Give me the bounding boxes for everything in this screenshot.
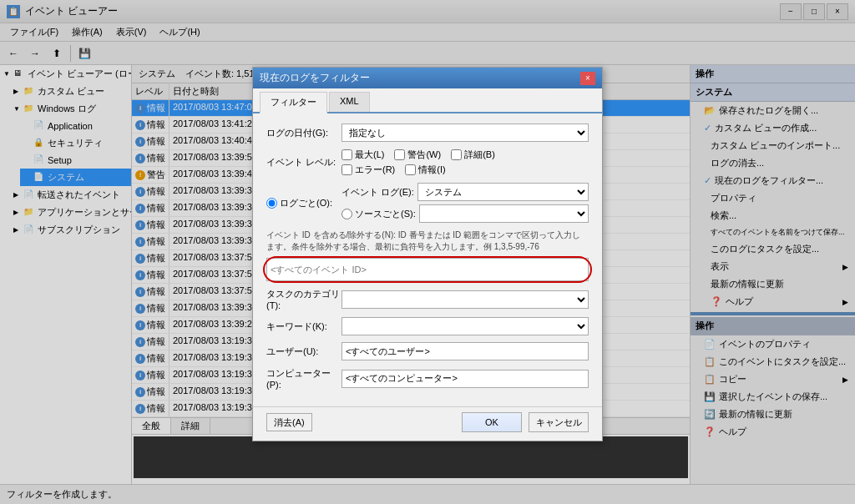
log-type-row: ログごと(O): イベント ログ(E): システム ソースごと(S):: [266, 183, 589, 223]
event-id-input[interactable]: [266, 258, 589, 281]
task-category-control: [341, 290, 589, 309]
tab-filter[interactable]: フィルター: [260, 92, 327, 113]
modal-tabs: フィルター XML: [253, 88, 602, 113]
task-category-select[interactable]: [341, 290, 589, 309]
clear-button[interactable]: 消去(A): [266, 413, 312, 431]
modal-close-button[interactable]: ×: [580, 72, 595, 85]
task-category-row: タスクのカテゴリ(T):: [266, 288, 589, 310]
radio-by-log-input[interactable]: [266, 198, 277, 209]
user-label: ユーザー(U):: [266, 345, 341, 358]
modal-title-bar: 現在のログをフィルター ×: [253, 68, 602, 88]
computer-label: コンピューター(P):: [266, 367, 341, 390]
cb-info[interactable]: 情報(I): [405, 164, 445, 176]
computer-row: コンピューター(P):: [266, 367, 589, 390]
event-level-row: イベント レベル: 最大(L) 警告(W) 詳細(B) エラー(R) 情報(I): [266, 149, 589, 176]
radio-by-source[interactable]: ソースごと(S):: [341, 208, 416, 220]
cb-info-input[interactable]: [405, 164, 416, 175]
computer-input[interactable]: [341, 370, 589, 388]
computer-control: [341, 370, 589, 388]
cb-error-input[interactable]: [341, 164, 352, 175]
modal-title: 現在のログをフィルター: [260, 71, 370, 85]
cb-max-input[interactable]: [341, 149, 352, 160]
event-level-label: イベント レベル:: [266, 156, 341, 169]
filter-dialog: 現在のログをフィルター × フィルター XML ログの日付(G): 指定なし イ…: [252, 67, 603, 441]
keywords-label: キーワード(K):: [266, 320, 341, 333]
log-date-row: ログの日付(G): 指定なし: [266, 123, 589, 142]
event-id-container: [266, 258, 589, 281]
log-date-label: ログの日付(G):: [266, 127, 341, 139]
radio-by-log[interactable]: ログごと(O):: [266, 197, 341, 209]
checkbox-group-row1: 最大(L) 警告(W) 詳細(B): [341, 149, 589, 161]
ok-button[interactable]: OK: [462, 412, 522, 432]
event-id-description: イベント ID を含める/除外する(N): ID 番号または ID 範囲をコンマ…: [266, 229, 589, 253]
user-row: ユーザー(U):: [266, 342, 589, 360]
checkbox-group-row2: エラー(R) 情報(I): [341, 164, 589, 176]
user-input[interactable]: [341, 342, 589, 360]
modal-footer: 消去(A) OK キャンセル: [253, 406, 602, 441]
cancel-button[interactable]: キャンセル: [529, 412, 589, 432]
log-date-select[interactable]: 指定なし: [341, 123, 589, 142]
task-category-label: タスクのカテゴリ(T):: [266, 288, 341, 310]
log-type-label: ログごと(O):: [266, 197, 341, 209]
event-log-select[interactable]: システム: [417, 183, 589, 201]
keywords-control: [341, 317, 589, 335]
modal-overlay: 現在のログをフィルター × フィルター XML ログの日付(G): 指定なし イ…: [0, 0, 855, 504]
log-date-control: 指定なし: [341, 123, 589, 142]
cb-warn-input[interactable]: [394, 149, 405, 160]
user-control: [341, 342, 589, 360]
cb-error[interactable]: エラー(R): [341, 164, 395, 176]
log-event-log-control: イベント ログ(E): システム ソースごと(S):: [341, 183, 589, 223]
event-level-control: 最大(L) 警告(W) 詳細(B) エラー(R) 情報(I): [341, 149, 589, 176]
radio-by-source-input[interactable]: [341, 209, 352, 219]
cb-detail[interactable]: 詳細(B): [451, 149, 495, 161]
modal-body: ログの日付(G): 指定なし イベント レベル: 最大(L) 警告(W) 詳細(…: [253, 113, 602, 406]
keywords-row: キーワード(K):: [266, 317, 589, 335]
cb-detail-input[interactable]: [451, 149, 462, 160]
cb-max[interactable]: 最大(L): [341, 149, 384, 161]
keywords-select[interactable]: [341, 317, 589, 335]
tab-xml[interactable]: XML: [329, 92, 370, 112]
cb-warn[interactable]: 警告(W): [394, 149, 441, 161]
event-source-select[interactable]: [419, 204, 589, 223]
